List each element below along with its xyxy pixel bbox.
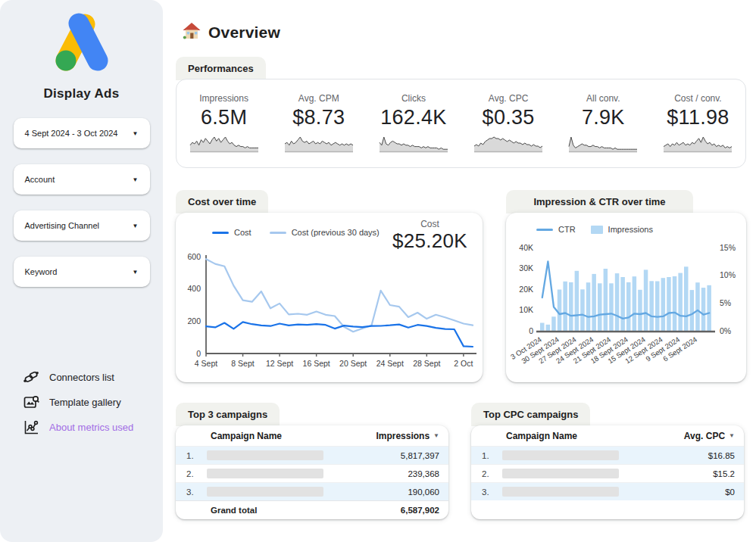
column-avg-cpc-sort[interactable]: Avg. CPC ▼ <box>684 431 735 441</box>
link-connectors-list[interactable]: Connectors list <box>23 368 133 386</box>
kpi-avg-cpm: Avg. CPM$8.73 <box>271 92 366 156</box>
kpi-value: 7.9K <box>582 106 625 129</box>
row-rank: 1. <box>482 451 502 460</box>
row-value: $16.85 <box>619 451 735 460</box>
svg-text:8 Sept: 8 Sept <box>231 359 254 368</box>
svg-text:24 Sept: 24 Sept <box>376 359 404 368</box>
link-label: Template gallery <box>49 397 121 408</box>
campaign-name-redacted <box>502 450 619 460</box>
tab-impression-ctr[interactable]: Impression & CTR over time <box>506 190 693 213</box>
filter-list: 4 Sept 2024 - 3 Oct 2024▼Account▼Adverti… <box>0 118 163 287</box>
kpi-value: $8.73 <box>292 106 345 129</box>
kpi-label: Avg. CPC <box>489 93 528 104</box>
filter-advertising-channel[interactable]: Advertising Channel▼ <box>14 210 150 241</box>
grand-total-row: Grand total 6,587,902 <box>176 500 448 519</box>
row-value: $0 <box>619 487 735 497</box>
line-swatch <box>212 232 229 234</box>
legend-item-ctr[interactable]: CTR <box>536 225 576 234</box>
row-rank: 1. <box>186 451 207 460</box>
row-value: 239,368 <box>323 469 439 478</box>
kpi-sparkline <box>473 134 543 156</box>
kpi-label: Impressions <box>199 93 248 104</box>
kpi-impressions: Impressions6.5M <box>177 92 271 156</box>
legend-item-cost[interactable]: Cost <box>212 228 251 237</box>
cost-total-kpi: Cost $25.20K <box>392 219 467 253</box>
kpi-value: $11.98 <box>667 106 729 129</box>
top-3-campaigns-table: Campaign Name Impressions ▼ 1.5,817,3972… <box>176 425 448 519</box>
legend-item-cost-previous-30-days-[interactable]: Cost (previous 30 days) <box>270 228 380 237</box>
kpi-value: 162.4K <box>380 106 446 129</box>
bar-swatch <box>591 226 603 234</box>
metrics-chart-icon <box>23 419 39 435</box>
tab-performances[interactable]: Performances <box>176 57 266 80</box>
campaign-name-redacted <box>207 450 323 460</box>
grand-total-label: Grand total <box>211 506 401 515</box>
column-campaign-name: Campaign Name <box>211 431 376 441</box>
campaign-name-redacted <box>502 469 619 478</box>
table-row: 1.5,817,397 <box>176 446 448 464</box>
table-header: Campaign Name Avg. CPC ▼ <box>471 425 744 446</box>
svg-text:10K: 10K <box>519 305 533 314</box>
svg-text:0: 0 <box>529 326 533 335</box>
kpi-value: $0.35 <box>483 106 535 129</box>
svg-text:0%: 0% <box>720 326 731 335</box>
connectors-icon <box>23 369 39 385</box>
kpi-label: Avg. CPM <box>298 93 339 104</box>
link-about-metrics-used[interactable]: About metrics used <box>23 418 133 436</box>
legend-item-impressions[interactable]: Impressions <box>591 225 653 234</box>
column-impressions-sort[interactable]: Impressions ▼ <box>376 431 439 441</box>
legend-label: Impressions <box>608 225 653 234</box>
chevron-down-icon: ▼ <box>133 269 139 276</box>
tab-cost-over-time[interactable]: Cost over time <box>176 190 268 213</box>
kpi-sparkline <box>663 134 733 156</box>
svg-text:5%: 5% <box>720 298 731 307</box>
table-row: 3.$0 <box>471 482 744 500</box>
kpi-value: 6.5M <box>201 106 247 129</box>
filter-date-range[interactable]: 4 Sept 2024 - 3 Oct 2024▼ <box>14 118 150 148</box>
filter-label: Advertising Channel <box>25 221 99 230</box>
cost-chart-legend: CostCost (previous 30 days) <box>212 228 380 237</box>
table-row: 1.$16.85 <box>471 446 744 464</box>
svg-text:12 Sept: 12 Sept <box>266 359 293 368</box>
sort-desc-icon: ▼ <box>729 432 735 439</box>
svg-text:15%: 15% <box>720 243 736 252</box>
kpi-avg-cpc: Avg. CPC$0.35 <box>461 92 556 156</box>
filter-label: Keyword <box>25 267 58 276</box>
cost-over-time-card: CostCost (previous 30 days) Cost $25.20K… <box>176 213 483 382</box>
kpi-scorecard-row: Impressions6.5MAvg. CPM$8.73Clicks162.4K… <box>176 79 746 168</box>
svg-text:40K: 40K <box>519 243 533 252</box>
tab-top-3-campaigns[interactable]: Top 3 campaigns <box>176 403 280 426</box>
link-label: About metrics used <box>49 422 133 433</box>
legend-label: CTR <box>558 225 576 234</box>
row-value: $15.2 <box>619 469 735 478</box>
svg-text:200: 200 <box>187 316 201 326</box>
svg-text:30K: 30K <box>519 263 533 273</box>
google-ads-logo <box>0 12 163 76</box>
sidebar-title: Display Ads <box>0 86 163 101</box>
kpi-sparkline <box>284 134 354 156</box>
line-swatch <box>536 229 553 231</box>
page-title: Overview <box>183 22 280 43</box>
kpi-sparkline <box>379 134 448 156</box>
row-rank: 3. <box>482 487 502 497</box>
svg-text:4 Sept: 4 Sept <box>195 359 217 368</box>
table-header: Campaign Name Impressions ▼ <box>176 425 448 446</box>
campaign-name-redacted <box>502 487 619 497</box>
column-campaign-name: Campaign Name <box>506 431 684 441</box>
row-rank: 2. <box>186 469 207 478</box>
table-row: 2.239,368 <box>176 464 448 482</box>
tab-top-cpc-campaigns[interactable]: Top CPC campaigns <box>471 403 590 426</box>
row-rank: 3. <box>186 487 207 497</box>
link-template-gallery[interactable]: Template gallery <box>23 393 133 411</box>
svg-text:400: 400 <box>187 284 201 293</box>
sort-desc-icon: ▼ <box>433 432 439 439</box>
kpi-sparkline <box>568 134 638 156</box>
filter-account[interactable]: Account▼ <box>14 164 150 195</box>
chevron-down-icon: ▼ <box>133 176 139 183</box>
link-label: Connectors list <box>49 372 114 383</box>
svg-text:0: 0 <box>196 349 201 358</box>
page-title-text: Overview <box>208 23 280 42</box>
grand-total-value: 6,587,902 <box>401 506 439 515</box>
filter-label: Account <box>25 175 55 184</box>
filter-keyword[interactable]: Keyword▼ <box>14 257 150 287</box>
